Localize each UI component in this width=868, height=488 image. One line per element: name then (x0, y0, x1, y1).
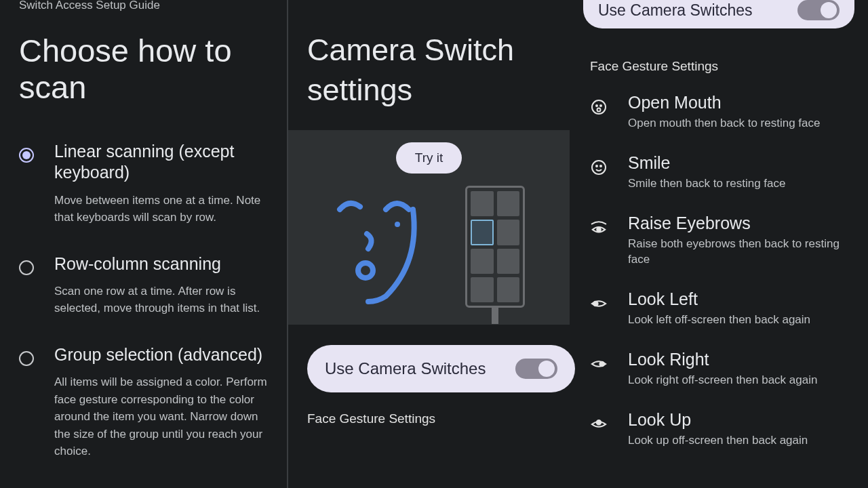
gesture-desc: Raise both eyebrows then back to resting… (628, 236, 854, 268)
toggle-label: Use Camera Switches (598, 1, 753, 20)
eye-left-icon (590, 295, 608, 312)
gesture-desc: Look left off-screen then back again (628, 312, 854, 328)
face-gesture-settings-header: Face Gesture Settings (590, 59, 854, 74)
svg-point-8 (600, 165, 601, 167)
option-title: Linear scanning (except keyboard) (54, 141, 268, 184)
face-gesture-header: Face Gesture Settings (307, 411, 576, 426)
face-gesture-panel: Use Camera Switches Face Gesture Setting… (576, 0, 868, 488)
page-title: Choose how to scan (19, 33, 268, 106)
toggle-label: Use Camera Switches (325, 359, 486, 378)
gesture-desc: Smile then back to resting face (628, 176, 854, 192)
gesture-look-up[interactable]: Look Up Look up off-screen then back aga… (590, 410, 854, 449)
radio-row-column[interactable]: Row-column scanning Scan one row at a ti… (19, 253, 268, 317)
gesture-title: Look Left (628, 289, 854, 309)
radio-linear-scanning[interactable]: Linear scanning (except keyboard) Move b… (19, 141, 268, 226)
use-camera-switches-toggle-top[interactable]: Use Camera Switches (583, 0, 854, 28)
try-it-button[interactable]: Try it (396, 142, 462, 174)
gesture-smile[interactable]: Smile Smile then back to resting face (590, 153, 854, 192)
face-icon (333, 195, 428, 317)
eyebrow-icon (590, 219, 608, 237)
gesture-look-left[interactable]: Look Left Look left off-screen then back… (590, 289, 854, 328)
option-title: Group selection (advanced) (54, 344, 268, 365)
illustration-area: Try it (288, 130, 570, 325)
gesture-title: Smile (628, 153, 854, 173)
gesture-desc: Open mouth then back to resting face (628, 115, 854, 131)
switch-icon (515, 359, 557, 379)
svg-point-6 (592, 161, 606, 174)
camera-switch-panel: Camera Switch settings Try it (288, 0, 576, 488)
radio-icon (19, 351, 34, 366)
svg-point-12 (597, 420, 601, 425)
gesture-title: Raise Eyebrows (628, 214, 854, 233)
option-desc: All items will be assigned a color. Perf… (54, 373, 268, 460)
gesture-open-mouth[interactable]: Open Mouth Open mouth then back to resti… (590, 93, 854, 131)
gesture-raise-eyebrows[interactable]: Raise Eyebrows Raise both eyebrows then … (590, 214, 854, 268)
use-camera-switches-toggle[interactable]: Use Camera Switches (307, 345, 575, 392)
radio-group-selection[interactable]: Group selection (advanced) All items wil… (19, 344, 268, 460)
gesture-desc: Look up off-screen then back again (628, 432, 854, 449)
svg-point-5 (597, 108, 601, 112)
svg-point-1 (358, 263, 373, 278)
radio-icon (19, 148, 34, 163)
eye-up-icon (590, 415, 608, 433)
phone-illustration-icon (465, 186, 525, 325)
svg-point-4 (600, 105, 601, 106)
open-mouth-icon (590, 98, 608, 116)
smile-icon (590, 159, 608, 176)
svg-point-7 (596, 165, 597, 167)
scan-method-panel: Switch Access Setup Guide Choose how to … (0, 0, 288, 488)
settings-title: Camera Switch settings (307, 30, 576, 110)
switch-icon (797, 0, 840, 20)
gesture-title: Open Mouth (628, 93, 854, 113)
guide-label: Switch Access Setup Guide (19, 0, 268, 12)
svg-point-9 (597, 228, 601, 232)
gesture-title: Look Up (628, 410, 854, 430)
gesture-title: Look Right (628, 350, 854, 369)
svg-point-0 (395, 222, 400, 227)
option-title: Row-column scanning (54, 253, 268, 274)
gesture-desc: Look right off-screen then back again (628, 372, 854, 388)
svg-point-3 (596, 105, 597, 106)
radio-icon (19, 260, 34, 275)
svg-point-11 (599, 362, 604, 367)
eye-right-icon (590, 355, 608, 373)
svg-point-10 (593, 302, 598, 306)
option-desc: Move between items one at a time. Note t… (54, 192, 268, 226)
gesture-look-right[interactable]: Look Right Look right off-screen then ba… (590, 350, 854, 388)
option-desc: Scan one row at a time. After row is sel… (54, 283, 268, 317)
